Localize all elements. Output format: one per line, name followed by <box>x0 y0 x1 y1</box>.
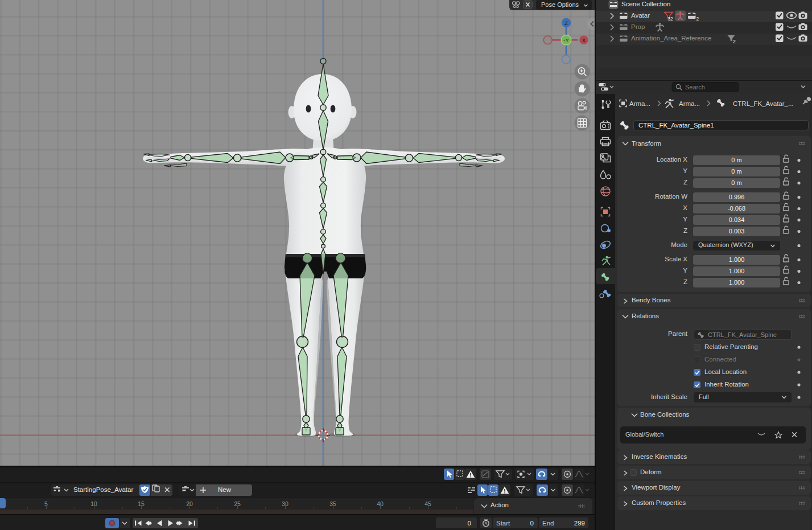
svg-text:Z: Z <box>564 20 568 26</box>
svg-text:X: X <box>582 37 586 43</box>
svg-text:0: 0 <box>468 520 471 527</box>
svg-text:End: End <box>542 520 554 527</box>
svg-text:0: 0 <box>530 520 534 527</box>
svg-text:Arma...: Arma... <box>679 100 700 107</box>
svg-text:Start: Start <box>496 520 510 527</box>
svg-text:Arma...: Arma... <box>629 100 650 107</box>
svg-text:2: 2 <box>733 39 736 44</box>
svg-text:299: 299 <box>574 520 585 527</box>
svg-text:2: 2 <box>670 16 673 22</box>
svg-text:3: 3 <box>668 16 671 22</box>
svg-text:Search: Search <box>685 84 705 91</box>
svg-text:CTRL_FK_Avatar_...: CTRL_FK_Avatar_... <box>733 100 794 107</box>
svg-text:2: 2 <box>696 16 699 22</box>
svg-text:-Y: -Y <box>563 37 569 43</box>
